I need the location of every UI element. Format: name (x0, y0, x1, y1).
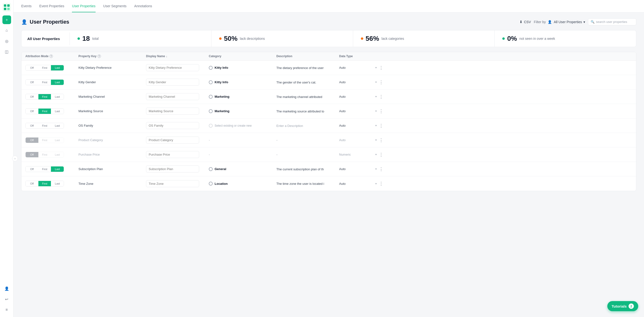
sidebar-database-button[interactable]: ◫ (2, 47, 11, 56)
data-type-chevron[interactable]: ▾ (375, 124, 377, 127)
attr-off-button[interactable]: Off (26, 181, 38, 186)
row-more-button[interactable]: ⋮ (378, 137, 384, 144)
row-more-button[interactable]: ⋮ (378, 180, 384, 187)
attr-first-button[interactable]: First (38, 152, 51, 157)
th-category-label: Category (209, 54, 221, 58)
tutorials-button[interactable]: Tutorials 2 (607, 301, 638, 311)
sidebar-person-button[interactable]: 👤 (2, 284, 11, 293)
attr-last-button[interactable]: Last (51, 65, 64, 70)
display-name-input[interactable] (146, 151, 199, 158)
nav-item-event-properties[interactable]: Event Properties (39, 0, 64, 12)
sidebar-home-button[interactable]: ⌂ (2, 26, 11, 35)
attr-off-button[interactable]: Off (26, 166, 38, 172)
data-type-value: Auto (339, 167, 346, 171)
attr-last-button[interactable]: Last (51, 181, 64, 186)
data-type-value: Auto (339, 124, 346, 127)
attribution-toggle: Off First Last (25, 108, 78, 114)
row-more-button[interactable]: ⋮ (378, 93, 384, 100)
tutorials-badge: 2 (628, 304, 634, 309)
sidebar-expand-arrow[interactable]: › (12, 156, 18, 161)
attr-last-button[interactable]: Last (51, 123, 64, 128)
sidebar-add-button[interactable]: ＋ (2, 15, 11, 24)
search-box[interactable]: 🔍 (588, 18, 636, 25)
data-type-chevron[interactable]: ▾ (375, 182, 377, 185)
attr-last-button[interactable]: Last (51, 109, 64, 114)
attr-first-button[interactable]: First (38, 181, 51, 186)
row-more-button[interactable]: ⋮ (378, 64, 384, 71)
sidebar-logout-button[interactable]: ↩ (2, 295, 11, 304)
attr-off-button[interactable]: Off (26, 65, 38, 70)
attr-last-button[interactable]: Last (51, 152, 64, 157)
category-cell[interactable]: Marketing (209, 95, 276, 99)
attr-last-button[interactable]: Last (51, 137, 64, 143)
attr-first-button[interactable]: First (38, 166, 51, 172)
category-cell[interactable]: Kitty Info (209, 80, 276, 84)
category-cell[interactable]: - (209, 138, 276, 142)
data-type-chevron[interactable]: ▾ (375, 109, 377, 113)
attr-off-button[interactable]: Off (26, 80, 38, 85)
row-more-button[interactable]: ⋮ (378, 122, 384, 129)
attr-last-button[interactable]: Last (51, 94, 64, 99)
csv-button[interactable]: ⬇ CSV (520, 20, 531, 24)
attr-off-button[interactable]: Off (26, 123, 38, 128)
row-more-button[interactable]: ⋮ (378, 79, 384, 86)
category-cell[interactable]: Location (209, 182, 276, 186)
attr-first-button[interactable]: First (38, 123, 51, 128)
data-type-chevron[interactable]: ▾ (375, 95, 377, 98)
attr-off-button[interactable]: Off (26, 94, 38, 99)
attr-first-button[interactable]: First (38, 65, 51, 70)
attr-toggle-group: Off First Last (25, 123, 64, 129)
description-cell[interactable]: Enter a Description (276, 124, 339, 128)
sidebar-bars-button[interactable]: ≡ (2, 306, 11, 314)
attr-first-button[interactable]: First (38, 109, 51, 114)
main-area: Events Event Properties User Properties … (14, 0, 644, 317)
sidebar-compass-button[interactable]: ◎ (2, 37, 11, 45)
attr-first-button[interactable]: First (38, 80, 51, 85)
property-key-help-icon[interactable]: ? (98, 54, 101, 58)
data-type-value: Auto (339, 80, 346, 84)
category-cell[interactable]: - (209, 153, 276, 156)
data-type-chevron[interactable]: ▾ (375, 81, 377, 84)
category-cell[interactable]: Marketing (209, 109, 276, 113)
nav-item-user-segments[interactable]: User Segments (103, 0, 126, 12)
data-type-chevron[interactable]: ▾ (375, 138, 377, 142)
attr-off-button[interactable]: Off (26, 152, 38, 157)
attr-last-button[interactable]: Last (51, 80, 64, 85)
category-cell[interactable]: General (209, 167, 276, 171)
filter-select[interactable]: All User Properties ▾ (554, 20, 585, 24)
display-name-input[interactable] (146, 166, 199, 173)
nav-item-user-properties[interactable]: User Properties (72, 0, 95, 12)
attr-off-button[interactable]: Off (26, 137, 38, 143)
display-name-input[interactable] (146, 180, 199, 187)
sort-icon[interactable]: ↓ (166, 55, 168, 58)
nav-item-annotations[interactable]: Annotations (134, 0, 152, 12)
category-cell[interactable]: Kitty Info (209, 66, 276, 70)
display-name-input[interactable] (146, 79, 199, 86)
display-name-input[interactable] (146, 108, 199, 115)
attr-first-button[interactable]: First (38, 94, 51, 99)
search-input[interactable] (596, 20, 634, 24)
display-name-input[interactable] (146, 122, 199, 129)
display-name-input[interactable] (146, 137, 199, 144)
data-type-chevron[interactable]: ▾ (375, 66, 377, 69)
attr-last-button[interactable]: Last (51, 166, 64, 172)
category-cell[interactable]: Select existing or create new (209, 124, 276, 128)
row-more-button[interactable]: ⋮ (378, 151, 384, 158)
row-more-button[interactable]: ⋮ (378, 108, 384, 115)
description-text: The marketing channel attributed (276, 95, 324, 99)
table-row: Off First Last Kitty Dietary Preference … (22, 60, 636, 75)
display-name-input[interactable] (146, 93, 199, 100)
attr-toggle-group: Off First Last (25, 79, 64, 85)
nav-item-events[interactable]: Events (21, 0, 32, 12)
category-text: Location (214, 182, 228, 186)
csv-label: CSV (524, 20, 531, 24)
attribution-help-icon[interactable]: ? (50, 54, 53, 58)
description-cell: - (276, 138, 339, 142)
row-more-button[interactable]: ⋮ (378, 166, 384, 173)
lack-cat-dot (361, 37, 363, 40)
attr-off-button[interactable]: Off (26, 109, 38, 114)
display-name-input[interactable] (146, 64, 199, 71)
data-type-chevron[interactable]: ▾ (375, 167, 377, 171)
attr-first-button[interactable]: First (38, 137, 51, 143)
data-type-chevron[interactable]: ▾ (375, 153, 377, 156)
